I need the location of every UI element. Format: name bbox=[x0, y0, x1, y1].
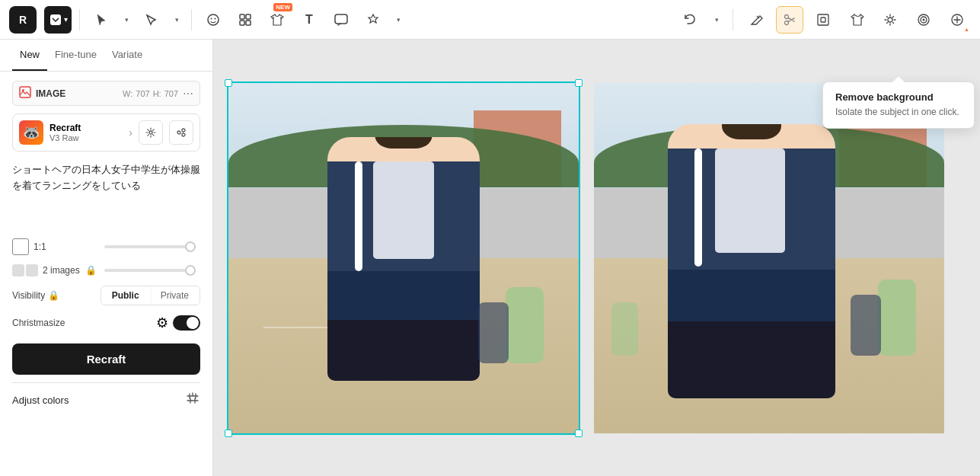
christmasize-icon: ⚙ bbox=[156, 315, 168, 331]
model-row: 🦝 Recraft V3 Raw › bbox=[12, 113, 200, 152]
svg-rect-11 bbox=[818, 14, 828, 25]
svg-point-20 bbox=[149, 131, 152, 134]
shirt2-tool-btn[interactable] bbox=[843, 6, 870, 34]
grid-tool-btn[interactable] bbox=[231, 6, 259, 34]
svg-point-16 bbox=[923, 18, 925, 21]
handle-bottom-left[interactable] bbox=[225, 430, 232, 437]
images-lock-icon: 🔒 bbox=[85, 265, 97, 276]
visibility-public-btn[interactable]: Public bbox=[101, 286, 150, 305]
tooltip-description: Isolate the subject in one click. bbox=[835, 106, 962, 119]
christmasize-toggle[interactable] bbox=[173, 315, 200, 331]
ratio-box-icon bbox=[12, 238, 29, 255]
image-right bbox=[594, 83, 944, 433]
model-style-btn[interactable] bbox=[169, 120, 193, 145]
images-count-label: 2 images bbox=[43, 265, 85, 276]
bubble-tool-btn[interactable] bbox=[327, 6, 355, 34]
model-settings-btn[interactable] bbox=[139, 120, 163, 145]
canvas-area: Remove background Isolate the subject in… bbox=[213, 40, 980, 476]
handle-top-left[interactable] bbox=[225, 79, 232, 87]
svg-rect-18 bbox=[20, 87, 30, 97]
visibility-private-btn[interactable]: Private bbox=[150, 286, 200, 305]
image-info-more-btn[interactable]: ⋯ bbox=[183, 88, 193, 100]
star-tool-btn[interactable]: ▲ bbox=[943, 6, 971, 34]
logo-dropdown-btn[interactable]: ▾ bbox=[44, 6, 72, 34]
recraft-btn[interactable]: Recraft bbox=[12, 343, 200, 375]
adjust-colors-icon bbox=[185, 391, 200, 409]
svg-rect-6 bbox=[240, 21, 244, 25]
cursor-tool-btn[interactable] bbox=[88, 6, 115, 34]
logo-dropdown-arrow: ▾ bbox=[64, 15, 68, 24]
image-width: 707 bbox=[136, 89, 149, 98]
images-dots bbox=[12, 264, 38, 276]
images-slider-thumb bbox=[185, 265, 196, 276]
handle-top-right[interactable] bbox=[575, 79, 583, 87]
model-expand-icon: › bbox=[129, 126, 132, 139]
tab-finetune[interactable]: Fine-tune bbox=[47, 40, 104, 71]
svg-point-2 bbox=[211, 18, 212, 19]
select-dropdown-btn[interactable]: ▾ bbox=[170, 6, 184, 34]
tooltip-arrow bbox=[892, 76, 905, 82]
shape-dropdown-btn[interactable]: ▾ bbox=[391, 6, 405, 34]
target-tool-btn[interactable] bbox=[910, 6, 937, 34]
erase-tool-btn[interactable] bbox=[742, 6, 770, 34]
magic-tool-btn[interactable] bbox=[876, 6, 904, 34]
svg-rect-8 bbox=[335, 14, 347, 24]
image-type-icon bbox=[19, 86, 31, 101]
svg-point-23 bbox=[182, 133, 185, 136]
svg-point-3 bbox=[215, 18, 216, 19]
svg-point-19 bbox=[22, 89, 24, 91]
model-info: Recraft V3 Raw bbox=[49, 123, 123, 142]
tab-variate[interactable]: Variate bbox=[104, 40, 150, 71]
top-toolbar: R ▾ ▾ ▾ bbox=[0, 0, 980, 40]
cursor-dropdown-btn[interactable]: ▾ bbox=[120, 6, 133, 34]
face-tool-btn[interactable] bbox=[200, 6, 227, 34]
tab-new[interactable]: New bbox=[12, 40, 47, 71]
app-logo[interactable]: R bbox=[9, 6, 37, 34]
sidebar: New Fine-tune Variate IMAGE W: 707 H bbox=[0, 40, 213, 476]
svg-point-22 bbox=[182, 129, 185, 132]
visibility-lock-icon: 🔒 bbox=[48, 290, 59, 301]
scissors-tool-btn[interactable] bbox=[776, 6, 803, 34]
select-tool-btn[interactable] bbox=[138, 6, 165, 34]
image-container-left[interactable] bbox=[228, 83, 579, 433]
adjust-colors-label: Adjust colors bbox=[12, 395, 185, 406]
main-area: New Fine-tune Variate IMAGE W: 707 H bbox=[0, 40, 980, 476]
images-slider[interactable] bbox=[104, 269, 196, 272]
toolbar-right: ▾ bbox=[676, 6, 971, 34]
new-badge: NEW bbox=[273, 3, 292, 11]
handle-bottom-right[interactable] bbox=[575, 430, 583, 437]
visibility-label: Visibility 🔒 bbox=[12, 290, 101, 301]
prompt-input[interactable]: ショートヘアの日本人女子中学生が体操服を着てランニングをしている bbox=[12, 162, 200, 223]
image-container-right[interactable] bbox=[594, 83, 944, 433]
ratio-slider-thumb bbox=[185, 241, 196, 252]
toolbar-left: R ▾ ▾ ▾ bbox=[9, 6, 672, 34]
model-avatar: 🦝 bbox=[19, 120, 43, 145]
image-label: IMAGE bbox=[36, 88, 118, 99]
visibility-toggle: Public Private bbox=[101, 286, 200, 305]
svg-point-21 bbox=[177, 131, 180, 134]
frame-tool-btn[interactable] bbox=[809, 6, 837, 34]
img-dot-2 bbox=[26, 264, 38, 276]
svg-rect-5 bbox=[246, 14, 251, 19]
figure-main-left bbox=[327, 137, 480, 381]
ratio-slider[interactable] bbox=[104, 245, 196, 248]
tooltip-popup: Remove background Isolate the subject in… bbox=[822, 81, 975, 129]
svg-rect-0 bbox=[50, 14, 61, 25]
text-tool-btn[interactable]: T bbox=[295, 6, 323, 34]
image-info-row: IMAGE W: 707 H: 707 ⋯ bbox=[12, 81, 200, 106]
ratio-label: 1:1 bbox=[34, 241, 104, 252]
shape-tool-btn[interactable] bbox=[359, 6, 387, 34]
sidebar-content: IMAGE W: 707 H: 707 ⋯ 🦝 Recraft V3 Raw bbox=[0, 72, 212, 476]
adjust-colors-row[interactable]: Adjust colors bbox=[12, 382, 200, 417]
sidebar-tabs: New Fine-tune Variate bbox=[0, 40, 212, 72]
svg-rect-7 bbox=[246, 21, 251, 25]
christmasize-label: Christmasize bbox=[12, 318, 156, 328]
undo-dropdown-btn[interactable]: ▾ bbox=[710, 6, 723, 34]
shirt-tool-btn[interactable]: NEW bbox=[263, 6, 291, 34]
img-dot-1 bbox=[12, 264, 24, 276]
divider2 bbox=[191, 9, 192, 30]
images-count-row: 2 images 🔒 bbox=[12, 264, 200, 276]
tooltip-title: Remove background bbox=[835, 91, 962, 103]
undo-btn[interactable] bbox=[676, 6, 704, 34]
divider3 bbox=[733, 9, 733, 30]
